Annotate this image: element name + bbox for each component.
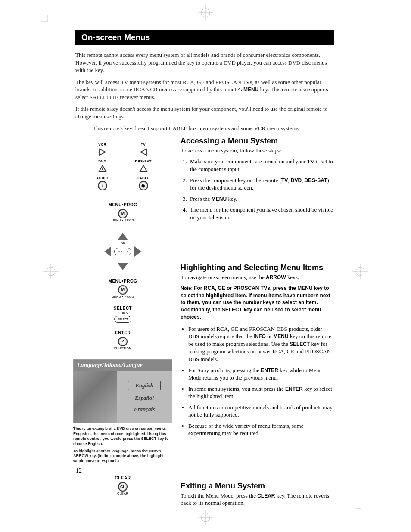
dvd-menu-example: Language/Idioma/Langue English Español F…	[73, 359, 172, 423]
crop-mark-bottom	[198, 510, 213, 527]
section-title-bar: On-screen Menus	[75, 30, 334, 45]
dvd-icon	[98, 164, 107, 174]
exiting-heading: Exiting a Menu System	[181, 482, 334, 491]
arrow-up-icon	[118, 233, 128, 240]
dvd-menu-image	[74, 371, 117, 423]
right-column: Accessing a Menu System To access a menu…	[181, 137, 334, 510]
accessing-lead: To access a menu system, follow these st…	[181, 147, 334, 155]
exiting-body: To exit the Menu Mode, press the CLEAR k…	[181, 492, 334, 507]
tv-key: TV	[131, 143, 155, 158]
intro-p4: This remote's key doesn't support CABLE …	[75, 124, 334, 132]
menu-sublabel-1: MENU • PROG	[111, 219, 134, 222]
highlighting-note: Note: For RCA, GE or PROSCAN TVs, press …	[181, 285, 334, 321]
clear-label: CLEAR	[115, 476, 131, 480]
highlighting-bullets: For users of RCA, GE and PROSCAN DBS pro…	[181, 325, 334, 437]
bullet-3: In some menu systems, you must press the…	[188, 385, 334, 400]
dvd-caption: This is an example of a DVD disc on-scre…	[73, 426, 172, 466]
intro-p3: If this remote's key doesn't access the …	[75, 105, 334, 120]
menu-prog-label-2: MENU•PROG	[109, 279, 137, 283]
tv-icon	[139, 147, 148, 157]
dbs-icon	[139, 164, 148, 174]
menu-prog-label-1: MENU•PROG	[109, 202, 137, 207]
intro-p2: The key will access TV menu systems for …	[75, 78, 334, 101]
crop-mark-left	[43, 264, 59, 281]
dvd-opt-espanol: Español	[135, 395, 154, 401]
step-4: The menu for the component you have chos…	[188, 206, 334, 221]
page-number: 12	[76, 467, 82, 474]
svg-marker-17	[140, 149, 146, 155]
menu-sublabel-2: MENU • PROG	[111, 295, 134, 298]
menu-button-icon-2: M	[118, 285, 128, 295]
crop-mark-top	[198, 5, 213, 22]
intro-p1: This remote cannot access every menu sys…	[75, 51, 334, 74]
step-1: Make sure your components are turned on …	[188, 158, 334, 173]
ok-arc-label: ↙ OK ↘	[117, 311, 128, 315]
highlighting-lead: To navigate on-screen menus, use the ARR…	[181, 274, 334, 281]
function-sublabel: FUNCTION	[114, 347, 131, 350]
corner-mark-tl	[41, 15, 54, 30]
enter-button-icon: ✓	[118, 337, 128, 346]
select-pill-icon: SELECT	[114, 316, 131, 323]
bullet-2: For Sony products, pressing the ENTER ke…	[188, 367, 334, 382]
arrow-down-icon	[118, 263, 128, 270]
accessing-steps: Make sure your components are turned on …	[181, 158, 334, 221]
cable-key: CABLE◉	[131, 176, 155, 191]
left-column: VCR TV DVD DBS•SAT AUDIO♪ CABLE◉ MENU•PR…	[75, 137, 170, 510]
vcr-key: VCR	[90, 143, 114, 158]
dvd-opt-francais: Français	[134, 406, 155, 413]
audio-key: AUDIO♪	[90, 176, 114, 191]
intro-block: This remote cannot access every menu sys…	[75, 51, 334, 132]
dvd-opt-english: English	[128, 381, 161, 390]
component-keys-figure: VCR TV DVD DBS•SAT AUDIO♪ CABLE◉	[90, 143, 155, 191]
dpad-figure: SELECT OK	[103, 232, 142, 271]
step-2: Press the component key on the remote (T…	[188, 177, 334, 192]
vcr-icon	[98, 147, 107, 157]
arrow-right-icon	[134, 246, 141, 257]
cable-icon: ◉	[139, 181, 148, 190]
select-label: SELECT	[114, 306, 132, 311]
clear-sublabel: CLEAR	[117, 492, 128, 495]
audio-icon: ♪	[98, 181, 107, 190]
dbs-key: DBS•SAT	[131, 159, 155, 174]
bullet-5: Because of the wide variety of menu form…	[188, 422, 334, 437]
bullet-1: For users of RCA, GE and PROSCAN DBS pro…	[188, 325, 334, 363]
dvd-menu-header: Language/Idioma/Langue	[74, 360, 172, 371]
svg-marker-16	[100, 149, 106, 155]
ok-label: OK	[121, 242, 125, 245]
step-3: Press the MENU key.	[188, 195, 334, 203]
crop-mark-right	[352, 264, 368, 281]
menu-button-icon: M	[118, 209, 128, 218]
svg-marker-20	[140, 165, 147, 171]
svg-point-19	[102, 168, 103, 170]
page-content: On-screen Menus This remote cannot acces…	[75, 30, 334, 510]
bullet-4: All functions in competitive models and …	[188, 404, 334, 419]
select-center: SELECT	[114, 248, 131, 255]
enter-label: ENTER	[115, 330, 131, 335]
arrow-left-icon	[104, 246, 111, 257]
clear-button-icon: CL	[118, 482, 128, 492]
corner-mark-br	[349, 502, 361, 517]
highlighting-heading: Highlighting and Selecting Menu Items	[181, 263, 334, 272]
dvd-key: DVD	[90, 159, 114, 174]
accessing-heading: Accessing a Menu System	[181, 137, 334, 146]
